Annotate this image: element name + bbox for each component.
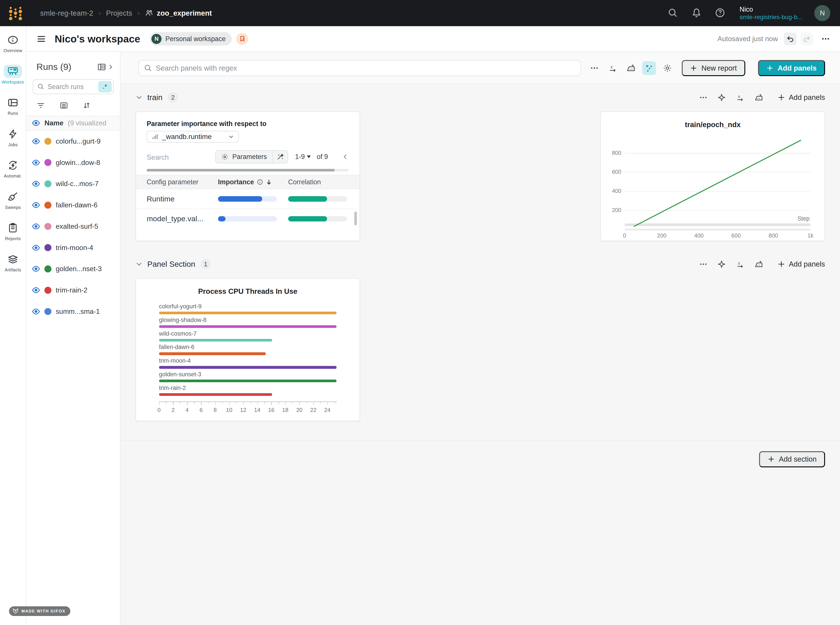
workspace-overflow-menu[interactable] bbox=[820, 33, 831, 45]
cpu-threads-bar-chart-panel[interactable]: Process CPU Threads In Use colorful-yogu… bbox=[136, 278, 360, 421]
filter-icon[interactable] bbox=[37, 101, 45, 110]
section-title[interactable]: Panel Section bbox=[147, 260, 195, 269]
run-visibility-eye-icon[interactable] bbox=[32, 307, 40, 316]
notifications-bell-icon[interactable] bbox=[691, 8, 702, 19]
run-name[interactable]: colorfu...gurt-9 bbox=[56, 137, 101, 145]
panel-bank-icon[interactable] bbox=[624, 61, 638, 75]
run-visibility-eye-icon[interactable] bbox=[32, 159, 40, 167]
regex-toggle-button[interactable]: .* bbox=[98, 81, 112, 92]
user-org-link[interactable]: smle-registries-bug-b... bbox=[739, 14, 803, 20]
panels-overflow-menu-icon[interactable] bbox=[587, 61, 601, 75]
cpu-bar-group[interactable]: trim-moon-4 bbox=[159, 358, 337, 368]
section-x-axis-icon[interactable]: x bbox=[736, 93, 744, 102]
section-add-panels-button[interactable]: Add panels bbox=[778, 93, 825, 102]
undo-button[interactable] bbox=[784, 33, 797, 45]
run-row[interactable]: colorfu...gurt-9 bbox=[26, 131, 120, 152]
section-panel-bank-icon[interactable] bbox=[755, 93, 763, 102]
vertical-scrollbar-thumb[interactable] bbox=[354, 211, 357, 225]
scatter-panel-mode-icon[interactable] bbox=[642, 61, 656, 75]
run-row[interactable]: glowin...dow-8 bbox=[26, 152, 120, 173]
sidebar-item-workspace[interactable]: Workspace bbox=[0, 65, 26, 85]
parameters-button[interactable]: Parameters bbox=[215, 151, 272, 163]
search-icon[interactable] bbox=[668, 8, 679, 19]
run-name[interactable]: trim-moon-4 bbox=[56, 244, 93, 252]
new-report-button[interactable]: New report bbox=[682, 60, 745, 76]
x-axis-settings-icon[interactable]: x bbox=[606, 61, 620, 75]
redo-button[interactable] bbox=[800, 33, 814, 45]
user-avatar[interactable]: N bbox=[814, 5, 830, 21]
cpu-bar-group[interactable]: trim-rain-2 bbox=[159, 385, 337, 396]
run-visibility-eye-icon[interactable] bbox=[32, 286, 40, 294]
breadcrumb-project[interactable]: zoo_experiment bbox=[145, 9, 212, 17]
run-visibility-eye-icon[interactable] bbox=[32, 201, 40, 209]
run-name[interactable]: exalted-surf-5 bbox=[56, 222, 98, 230]
breadcrumb-team[interactable]: smle-reg-team-2 bbox=[40, 9, 93, 17]
run-row[interactable]: trim-rain-2 bbox=[26, 280, 120, 301]
magic-wand-button[interactable] bbox=[272, 151, 288, 163]
section-pin-sparkle-icon[interactable] bbox=[718, 93, 726, 102]
metric-dropdown[interactable]: _wandb.runtime bbox=[147, 131, 239, 143]
run-name[interactable]: golden...nset-3 bbox=[56, 265, 102, 273]
runs-table-toggle-icon[interactable] bbox=[97, 62, 106, 72]
section-overflow-menu-icon[interactable] bbox=[699, 93, 707, 102]
run-visibility-eye-icon[interactable] bbox=[32, 179, 40, 188]
run-row[interactable]: wild-c...mos-7 bbox=[26, 173, 120, 194]
column-header-correlation[interactable]: Correlation bbox=[288, 178, 349, 186]
cpu-bar-group[interactable]: fallen-dawn-6 bbox=[159, 344, 337, 355]
clear-workspace-button[interactable] bbox=[236, 33, 248, 45]
personal-workspace-badge[interactable]: N Personal workspace bbox=[150, 32, 232, 45]
run-row[interactable]: fallen-dawn-6 bbox=[26, 194, 120, 216]
visibility-all-eye-icon[interactable] bbox=[32, 119, 40, 127]
run-name[interactable]: summ...sma-1 bbox=[56, 308, 100, 316]
sidebar-item-artifacts[interactable]: Artifacts bbox=[0, 252, 26, 272]
run-name[interactable]: wild-c...mos-7 bbox=[56, 180, 99, 188]
run-visibility-eye-icon[interactable] bbox=[32, 243, 40, 252]
sort-icon[interactable] bbox=[82, 101, 91, 110]
panel-search-input[interactable] bbox=[156, 64, 575, 72]
add-section-button[interactable]: Add section bbox=[759, 451, 825, 467]
run-row[interactable]: trim-moon-4 bbox=[26, 237, 120, 258]
column-header-parameter[interactable]: Config parameter bbox=[147, 178, 218, 186]
run-visibility-eye-icon[interactable] bbox=[32, 137, 40, 146]
group-list-icon[interactable] bbox=[60, 101, 68, 110]
expand-runs-chevron-icon[interactable] bbox=[107, 64, 114, 70]
pagination-range-dropdown[interactable]: 1-9 bbox=[295, 153, 311, 160]
section-title[interactable]: train bbox=[147, 93, 163, 102]
run-name[interactable]: glowin...dow-8 bbox=[56, 159, 100, 167]
help-icon[interactable] bbox=[715, 8, 726, 19]
sidebar-item-runs[interactable]: Runs bbox=[0, 96, 26, 116]
cpu-bar-group[interactable]: wild-cosmos-7 bbox=[159, 330, 337, 342]
run-name[interactable]: fallen-dawn-6 bbox=[56, 201, 98, 209]
run-row[interactable]: golden...nset-3 bbox=[26, 258, 120, 280]
user-info[interactable]: Nico smle-registries-bug-b... bbox=[739, 6, 803, 20]
sidebar-item-jobs[interactable]: Jobs bbox=[0, 127, 26, 147]
breadcrumb-projects[interactable]: Projects bbox=[106, 9, 132, 17]
importance-table-row[interactable]: model_type.val... bbox=[136, 209, 360, 226]
run-row[interactable]: exalted-surf-5 bbox=[26, 216, 120, 237]
parameter-importance-panel[interactable]: Parameter importance with respect to _wa… bbox=[136, 112, 360, 241]
cpu-bar-group[interactable]: golden-sunset-3 bbox=[159, 371, 337, 382]
collapse-controls-chevron-icon[interactable] bbox=[342, 153, 349, 160]
run-visibility-eye-icon[interactable] bbox=[32, 264, 40, 273]
sidebar-item-overview[interactable]: Overview bbox=[0, 33, 26, 53]
runs-name-column-header[interactable]: Name bbox=[44, 119, 63, 127]
importance-search-input[interactable] bbox=[147, 153, 196, 162]
section-panel-bank-icon[interactable] bbox=[755, 260, 763, 269]
section-add-panels-button[interactable]: Add panels bbox=[778, 260, 825, 268]
collapse-section-chevron-icon[interactable] bbox=[136, 261, 143, 267]
cpu-bar-group[interactable]: colorful-yogurt-9 bbox=[159, 303, 337, 314]
sidebar-item-automations[interactable]: Automat. bbox=[0, 159, 26, 179]
run-visibility-eye-icon[interactable] bbox=[32, 222, 40, 231]
hamburger-menu-icon[interactable] bbox=[35, 33, 48, 45]
workspace-settings-gear-icon[interactable] bbox=[660, 61, 674, 75]
add-panels-button[interactable]: Add panels bbox=[758, 60, 825, 76]
runs-search-input[interactable] bbox=[48, 83, 95, 90]
collapse-section-chevron-icon[interactable] bbox=[136, 94, 143, 101]
section-x-axis-icon[interactable]: x bbox=[736, 260, 744, 269]
epoch-line-chart-panel[interactable]: train/epoch_ndx 200400600800020040060080… bbox=[600, 112, 825, 241]
run-row[interactable]: summ...sma-1 bbox=[26, 301, 120, 322]
section-pin-sparkle-icon[interactable] bbox=[718, 260, 726, 268]
sidebar-item-sweeps[interactable]: Sweeps bbox=[0, 190, 26, 210]
sidebar-item-reports[interactable]: Reports bbox=[0, 221, 26, 241]
run-name[interactable]: trim-rain-2 bbox=[56, 286, 87, 294]
